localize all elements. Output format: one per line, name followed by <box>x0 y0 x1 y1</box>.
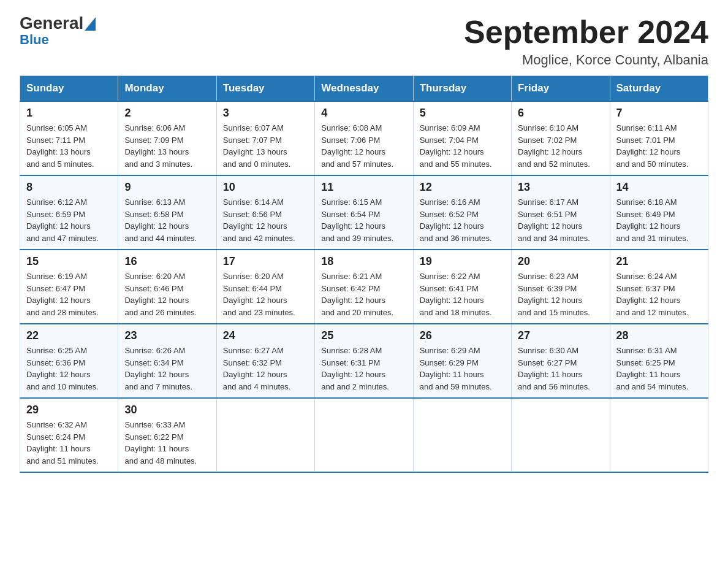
day-number: 23 <box>124 329 210 342</box>
day-info: Sunrise: 6:06 AMSunset: 7:09 PMDaylight:… <box>124 122 210 170</box>
day-info: Sunrise: 6:18 AMSunset: 6:49 PMDaylight:… <box>616 196 702 244</box>
calendar-day-cell: 23 Sunrise: 6:26 AMSunset: 6:34 PMDaylig… <box>118 324 216 398</box>
col-monday: Monday <box>118 76 216 102</box>
day-number: 7 <box>616 107 702 120</box>
day-number: 12 <box>420 181 505 194</box>
calendar-day-cell <box>216 398 314 472</box>
logo-blue: Blue <box>20 32 49 48</box>
day-info: Sunrise: 6:14 AMSunset: 6:56 PMDaylight:… <box>223 196 308 244</box>
day-number: 27 <box>518 329 603 342</box>
calendar-week-row: 22 Sunrise: 6:25 AMSunset: 6:36 PMDaylig… <box>20 324 708 398</box>
calendar-day-cell: 9 Sunrise: 6:13 AMSunset: 6:58 PMDayligh… <box>118 175 216 250</box>
calendar-day-cell: 16 Sunrise: 6:20 AMSunset: 6:46 PMDaylig… <box>118 250 216 324</box>
calendar-day-cell: 12 Sunrise: 6:16 AMSunset: 6:52 PMDaylig… <box>413 175 511 250</box>
calendar-day-cell: 8 Sunrise: 6:12 AMSunset: 6:59 PMDayligh… <box>20 175 118 250</box>
day-number: 19 <box>420 255 505 268</box>
day-number: 20 <box>518 255 603 268</box>
day-number: 6 <box>518 107 603 120</box>
calendar-day-cell <box>315 398 413 472</box>
day-info: Sunrise: 6:32 AMSunset: 6:24 PMDaylight:… <box>26 419 112 467</box>
day-info: Sunrise: 6:15 AMSunset: 6:54 PMDaylight:… <box>321 196 406 244</box>
calendar-day-cell: 15 Sunrise: 6:19 AMSunset: 6:47 PMDaylig… <box>20 250 118 324</box>
calendar-table: Sunday Monday Tuesday Wednesday Thursday… <box>20 75 708 473</box>
day-info: Sunrise: 6:24 AMSunset: 6:37 PMDaylight:… <box>616 270 702 318</box>
day-info: Sunrise: 6:23 AMSunset: 6:39 PMDaylight:… <box>518 270 603 318</box>
day-number: 8 <box>26 181 112 194</box>
svg-marker-0 <box>85 17 96 31</box>
calendar-week-row: 1 Sunrise: 6:05 AMSunset: 7:11 PMDayligh… <box>20 101 708 175</box>
col-friday: Friday <box>512 76 610 102</box>
calendar-day-cell: 14 Sunrise: 6:18 AMSunset: 6:49 PMDaylig… <box>610 175 708 250</box>
calendar-week-row: 29 Sunrise: 6:32 AMSunset: 6:24 PMDaylig… <box>20 398 708 472</box>
day-info: Sunrise: 6:17 AMSunset: 6:51 PMDaylight:… <box>518 196 603 244</box>
day-info: Sunrise: 6:22 AMSunset: 6:41 PMDaylight:… <box>420 270 505 318</box>
logo-name: General <box>20 15 96 32</box>
day-number: 2 <box>124 107 210 120</box>
day-info: Sunrise: 6:26 AMSunset: 6:34 PMDaylight:… <box>124 345 210 393</box>
day-number: 5 <box>420 107 505 120</box>
day-number: 3 <box>223 107 308 120</box>
calendar-day-cell: 18 Sunrise: 6:21 AMSunset: 6:42 PMDaylig… <box>315 250 413 324</box>
col-saturday: Saturday <box>610 76 708 102</box>
calendar-day-cell: 22 Sunrise: 6:25 AMSunset: 6:36 PMDaylig… <box>20 324 118 398</box>
calendar-day-cell: 17 Sunrise: 6:20 AMSunset: 6:44 PMDaylig… <box>216 250 314 324</box>
col-thursday: Thursday <box>413 76 511 102</box>
day-info: Sunrise: 6:30 AMSunset: 6:27 PMDaylight:… <box>518 345 603 393</box>
day-number: 15 <box>26 255 112 268</box>
day-number: 30 <box>124 404 210 416</box>
day-number: 11 <box>321 181 406 194</box>
calendar-day-cell: 20 Sunrise: 6:23 AMSunset: 6:39 PMDaylig… <box>512 250 610 324</box>
calendar-day-cell: 29 Sunrise: 6:32 AMSunset: 6:24 PMDaylig… <box>20 398 118 472</box>
day-number: 9 <box>124 181 210 194</box>
calendar-day-cell <box>512 398 610 472</box>
calendar-day-cell: 13 Sunrise: 6:17 AMSunset: 6:51 PMDaylig… <box>512 175 610 250</box>
day-info: Sunrise: 6:11 AMSunset: 7:01 PMDaylight:… <box>616 122 702 170</box>
calendar-day-cell: 19 Sunrise: 6:22 AMSunset: 6:41 PMDaylig… <box>413 250 511 324</box>
day-number: 22 <box>26 329 112 342</box>
location-title: Moglice, Korce County, Albania <box>464 52 708 68</box>
day-info: Sunrise: 6:05 AMSunset: 7:11 PMDaylight:… <box>26 122 112 170</box>
day-info: Sunrise: 6:20 AMSunset: 6:46 PMDaylight:… <box>124 270 210 318</box>
day-info: Sunrise: 6:27 AMSunset: 6:32 PMDaylight:… <box>223 345 308 393</box>
calendar-day-cell: 10 Sunrise: 6:14 AMSunset: 6:56 PMDaylig… <box>216 175 314 250</box>
day-info: Sunrise: 6:16 AMSunset: 6:52 PMDaylight:… <box>420 196 505 244</box>
day-number: 14 <box>616 181 702 194</box>
calendar-day-cell: 7 Sunrise: 6:11 AMSunset: 7:01 PMDayligh… <box>610 101 708 175</box>
title-block: September 2024 Moglice, Korce County, Al… <box>464 15 708 68</box>
day-number: 1 <box>26 107 112 120</box>
day-info: Sunrise: 6:33 AMSunset: 6:22 PMDaylight:… <box>124 419 210 467</box>
col-tuesday: Tuesday <box>216 76 314 102</box>
calendar-day-cell: 21 Sunrise: 6:24 AMSunset: 6:37 PMDaylig… <box>610 250 708 324</box>
calendar-day-cell: 6 Sunrise: 6:10 AMSunset: 7:02 PMDayligh… <box>512 101 610 175</box>
day-number: 17 <box>223 255 308 268</box>
calendar-day-cell: 28 Sunrise: 6:31 AMSunset: 6:25 PMDaylig… <box>610 324 708 398</box>
col-sunday: Sunday <box>20 76 118 102</box>
calendar-day-cell: 11 Sunrise: 6:15 AMSunset: 6:54 PMDaylig… <box>315 175 413 250</box>
month-title: September 2024 <box>464 15 708 50</box>
day-number: 21 <box>616 255 702 268</box>
day-number: 16 <box>124 255 210 268</box>
calendar-day-cell: 2 Sunrise: 6:06 AMSunset: 7:09 PMDayligh… <box>118 101 216 175</box>
day-info: Sunrise: 6:28 AMSunset: 6:31 PMDaylight:… <box>321 345 406 393</box>
day-number: 10 <box>223 181 308 194</box>
day-number: 25 <box>321 329 406 342</box>
day-info: Sunrise: 6:09 AMSunset: 7:04 PMDaylight:… <box>420 122 505 170</box>
calendar-day-cell: 1 Sunrise: 6:05 AMSunset: 7:11 PMDayligh… <box>20 101 118 175</box>
col-wednesday: Wednesday <box>315 76 413 102</box>
calendar-header-row: Sunday Monday Tuesday Wednesday Thursday… <box>20 76 708 102</box>
day-info: Sunrise: 6:29 AMSunset: 6:29 PMDaylight:… <box>420 345 505 393</box>
calendar-day-cell: 26 Sunrise: 6:29 AMSunset: 6:29 PMDaylig… <box>413 324 511 398</box>
day-info: Sunrise: 6:21 AMSunset: 6:42 PMDaylight:… <box>321 270 406 318</box>
day-info: Sunrise: 6:10 AMSunset: 7:02 PMDaylight:… <box>518 122 603 170</box>
day-info: Sunrise: 6:07 AMSunset: 7:07 PMDaylight:… <box>223 122 308 170</box>
logo: General Blue <box>20 15 96 48</box>
day-info: Sunrise: 6:08 AMSunset: 7:06 PMDaylight:… <box>321 122 406 170</box>
calendar-day-cell <box>413 398 511 472</box>
page-header: General Blue September 2024 Moglice, Kor… <box>20 15 708 68</box>
calendar-day-cell <box>610 398 708 472</box>
day-info: Sunrise: 6:25 AMSunset: 6:36 PMDaylight:… <box>26 345 112 393</box>
calendar-week-row: 15 Sunrise: 6:19 AMSunset: 6:47 PMDaylig… <box>20 250 708 324</box>
day-info: Sunrise: 6:13 AMSunset: 6:58 PMDaylight:… <box>124 196 210 244</box>
day-number: 18 <box>321 255 406 268</box>
calendar-day-cell: 4 Sunrise: 6:08 AMSunset: 7:06 PMDayligh… <box>315 101 413 175</box>
